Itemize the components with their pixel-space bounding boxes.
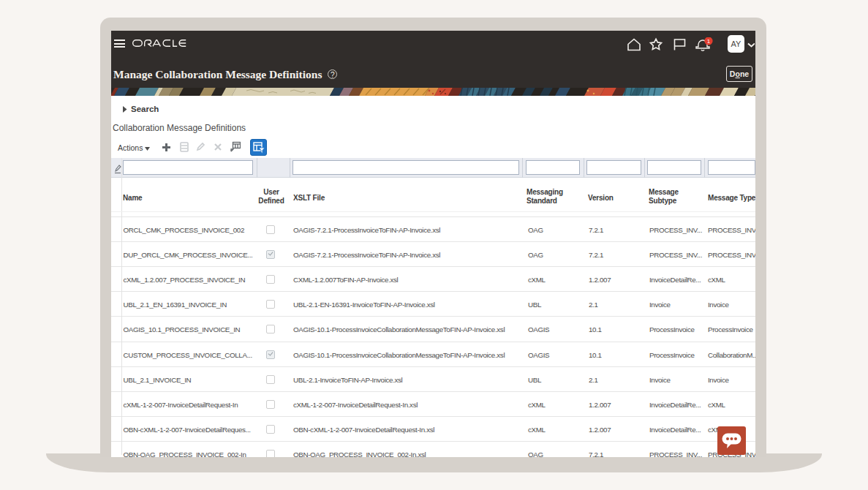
svg-text:1: 1 — [707, 38, 711, 45]
